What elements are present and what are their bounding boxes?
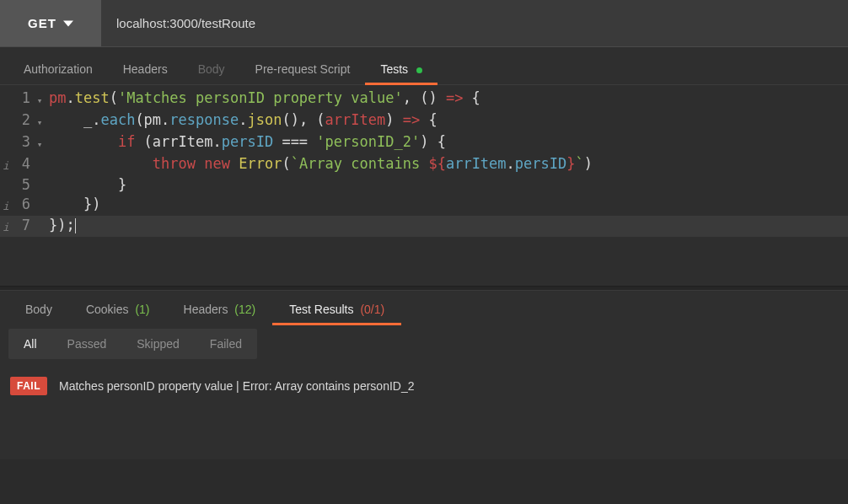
cursor-icon (75, 218, 76, 233)
test-result-row[interactable]: FAIL Matches personID property value | E… (0, 363, 848, 409)
tab-body: Body (183, 54, 240, 84)
tests-editor[interactable]: 1▾pm.test('Matches personID property val… (0, 84, 848, 286)
response-tabs: Body Cookies (1) Headers (12) Test Resul… (0, 291, 848, 324)
res-tab-body[interactable]: Body (8, 294, 69, 324)
code-line: i6 }) (0, 195, 848, 216)
res-tab-cookies[interactable]: Cookies (1) (69, 294, 167, 324)
filter-failed[interactable]: Failed (195, 337, 257, 351)
filter-all[interactable]: All (8, 337, 52, 351)
http-method-label: GET (28, 16, 56, 30)
res-tab-testresults[interactable]: Test Results (0/1) (272, 294, 401, 324)
filter-skipped[interactable]: Skipped (121, 337, 195, 351)
tab-headers[interactable]: Headers (108, 54, 183, 84)
tab-tests-label: Tests (380, 62, 408, 76)
code-line: 5 } (0, 175, 848, 195)
tab-prerequest[interactable]: Pre-request Script (240, 54, 366, 84)
tab-tests[interactable]: Tests (365, 54, 437, 84)
result-filter-group: All Passed Skipped Failed (8, 329, 257, 359)
tab-authorization[interactable]: Authorization (8, 54, 108, 84)
tests-indicator-icon (416, 67, 422, 73)
code-line: 2▾ _.each(pm.response.json(), (arrItem) … (0, 110, 848, 132)
request-toolbar: GET (0, 0, 848, 47)
code-line: i4 throw new Error(`Array contains ${arr… (0, 154, 848, 175)
results-empty-area (0, 409, 848, 459)
chevron-down-icon (63, 19, 73, 29)
filter-passed[interactable]: Passed (52, 337, 122, 351)
res-tab-headers[interactable]: Headers (12) (167, 294, 273, 324)
code-line: 1▾pm.test('Matches personID property val… (0, 88, 848, 110)
code-line: 3▾ if (arrItem.persID === 'personID_2') … (0, 132, 848, 154)
code-line: i7}); (0, 216, 848, 237)
request-tabs: Authorization Headers Body Pre-request S… (0, 47, 848, 84)
fail-badge: FAIL (10, 377, 47, 395)
result-message: Matches personID property value | Error:… (59, 379, 415, 393)
result-filter-row: All Passed Skipped Failed (0, 324, 848, 363)
http-method-dropdown[interactable]: GET (0, 0, 101, 46)
url-input[interactable] (101, 0, 848, 46)
